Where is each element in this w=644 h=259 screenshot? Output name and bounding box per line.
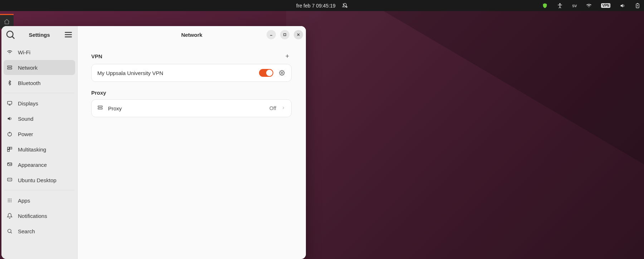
proxy-icon	[97, 105, 103, 112]
svg-point-15	[9, 199, 10, 199]
battery-charging-icon[interactable]	[635, 3, 640, 9]
proxy-heading: Proxy	[91, 90, 106, 96]
bluetooth-icon	[6, 80, 13, 86]
sidebar-item-label: Network	[18, 65, 38, 71]
sidebar-item-label: Search	[18, 228, 35, 234]
sidebar-item-label: Wi-Fi	[18, 49, 30, 55]
page-title: Network	[181, 32, 202, 38]
top-bar: fre feb 7 09:45:19 sv VPN	[0, 0, 644, 11]
svg-rect-24	[284, 34, 286, 36]
proxy-status: Off	[269, 105, 276, 111]
sidebar-item-label: Displays	[18, 100, 38, 106]
svg-point-0	[560, 3, 561, 4]
ubuntudesktop-icon	[6, 177, 13, 183]
power-icon	[6, 131, 13, 137]
search-icon	[6, 228, 13, 234]
svg-rect-3	[8, 66, 12, 67]
sidebar-item-label: Sound	[18, 116, 33, 122]
minimize-button[interactable]	[267, 30, 276, 39]
vpn-heading: VPN	[91, 53, 102, 59]
sidebar-separator	[4, 93, 74, 93]
svg-point-22	[11, 201, 11, 202]
accessibility-icon[interactable]	[557, 3, 563, 9]
sidebar-title: Settings	[16, 32, 63, 38]
svg-rect-11	[8, 178, 12, 181]
sidebar-item-ubuntudesktop[interactable]: Ubuntu Desktop	[4, 173, 75, 188]
svg-point-13	[10, 179, 11, 180]
sidebar-item-multitasking[interactable]: Multitasking	[4, 142, 75, 157]
multitasking-icon	[6, 146, 13, 153]
sidebar-item-bluetooth[interactable]: Bluetooth	[4, 75, 75, 90]
hamburger-menu-button[interactable]	[63, 29, 74, 40]
svg-point-25	[281, 72, 283, 74]
svg-rect-8	[10, 147, 12, 149]
svg-rect-27	[98, 108, 102, 109]
volume-icon[interactable]	[620, 3, 625, 9]
sidebar: Settings Wi-FiNetworkBluetoothDisplaysSo…	[1, 26, 78, 259]
vpn-section-header: VPN	[91, 52, 292, 60]
appearance-icon	[6, 161, 13, 168]
proxy-label: Proxy	[108, 105, 264, 111]
sidebar-item-power[interactable]: Power	[4, 126, 75, 141]
search-button[interactable]	[5, 29, 16, 40]
keyboard-layout-indicator[interactable]: sv	[572, 3, 577, 8]
svg-point-18	[9, 200, 10, 201]
displays-icon	[6, 100, 13, 106]
sidebar-item-appearance[interactable]: Appearance	[4, 157, 75, 172]
vpn-connection-row: My Uppsala University VPN	[92, 64, 291, 81]
sidebar-item-wifi[interactable]: Wi-Fi	[4, 45, 75, 60]
content-header: Network	[78, 26, 306, 43]
wifi-icon	[6, 49, 13, 55]
sidebar-item-notifications[interactable]: Notifications	[4, 208, 75, 223]
add-vpn-button[interactable]	[283, 52, 292, 60]
sidebar-item-displays[interactable]: Displays	[4, 96, 75, 111]
notifications-icon	[6, 213, 13, 219]
chevron-right-icon	[281, 105, 286, 111]
vpn-card: My Uppsala University VPN	[91, 64, 292, 82]
vpn-toggle[interactable]	[259, 69, 273, 77]
svg-point-23	[8, 229, 11, 233]
sidebar-item-label: Power	[18, 131, 33, 137]
network-icon	[6, 64, 13, 71]
svg-point-12	[9, 179, 9, 180]
svg-rect-4	[8, 68, 12, 69]
sidebar-item-label: Appearance	[18, 162, 47, 168]
sidebar-item-label: Apps	[18, 198, 30, 204]
proxy-card: Proxy Off	[91, 99, 292, 117]
svg-point-20	[8, 201, 9, 202]
sidebar-item-apps[interactable]: Apps	[4, 193, 75, 208]
apps-icon	[6, 197, 13, 204]
notifications-muted-icon[interactable]	[342, 3, 348, 9]
svg-point-21	[9, 201, 10, 202]
svg-rect-9	[8, 150, 9, 151]
clock[interactable]: fre feb 7 09:45:19	[296, 3, 336, 9]
sidebar-item-label: Notifications	[18, 213, 47, 219]
sidebar-item-sound[interactable]: Sound	[4, 111, 75, 126]
wifi-icon[interactable]	[586, 3, 592, 9]
close-button[interactable]	[294, 30, 303, 39]
sidebar-item-search[interactable]: Search	[4, 224, 75, 239]
svg-rect-26	[98, 106, 102, 107]
content-pane: Network VPN My Uppsala Univer	[78, 26, 306, 259]
sidebar-item-network[interactable]: Network	[4, 60, 75, 75]
window-controls	[267, 30, 303, 39]
svg-point-19	[11, 200, 11, 201]
svg-point-14	[8, 199, 9, 199]
proxy-row[interactable]: Proxy Off	[92, 100, 291, 117]
sidebar-list: Wi-FiNetworkBluetoothDisplaysSoundPowerM…	[1, 43, 77, 242]
svg-rect-7	[8, 147, 9, 149]
svg-point-17	[8, 200, 9, 201]
svg-rect-5	[8, 101, 12, 104]
sidebar-separator	[4, 190, 74, 190]
sidebar-item-label: Bluetooth	[18, 80, 40, 86]
security-shield-icon[interactable]	[542, 3, 548, 9]
sidebar-item-label: Ubuntu Desktop	[18, 177, 57, 183]
maximize-button[interactable]	[280, 30, 289, 39]
proxy-section-header: Proxy	[91, 90, 292, 96]
sidebar-item-label: Multitasking	[18, 146, 46, 153]
vpn-indicator-icon[interactable]: VPN	[601, 3, 610, 8]
vpn-settings-button[interactable]	[278, 69, 286, 76]
sidebar-header: Settings	[1, 26, 77, 43]
svg-point-2	[7, 31, 13, 38]
vpn-connection-name: My Uppsala University VPN	[97, 70, 254, 76]
